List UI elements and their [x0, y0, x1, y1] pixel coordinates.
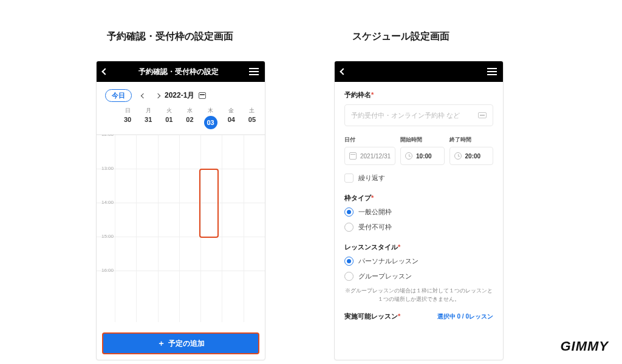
- radio-label: 受付不可枠: [358, 223, 392, 232]
- add-button-label: 予定の追加: [168, 339, 205, 349]
- radio-personal-lesson[interactable]: [344, 257, 354, 266]
- phone-schedule-form: 予約枠名* 予約受付中・オンライン予約枠 など 日付 2021/12/31 開始…: [334, 61, 504, 360]
- topbar-title: 予約確認・受付枠の設定: [138, 67, 219, 77]
- field-label-style: レッスンスタイル*: [344, 243, 493, 252]
- calendar-icon: [349, 152, 357, 160]
- field-label-possible-lessons: 実施可能レッスン*: [344, 312, 400, 321]
- radio-public-slot[interactable]: [344, 207, 354, 217]
- group-lesson-note: ※グループレッスンの場合は１枠に対して１つのレッスンと１つの場所しか選択できませ…: [344, 287, 493, 303]
- end-time-input[interactable]: 20:00: [449, 147, 493, 165]
- add-schedule-button[interactable]: ＋ 予定の追加: [102, 332, 259, 354]
- hour-label: 14:00: [98, 200, 114, 205]
- id-card-icon: [478, 112, 487, 118]
- radio-group-lesson[interactable]: [344, 272, 354, 281]
- highlighted-timeslot[interactable]: [199, 169, 219, 238]
- field-label-date: 日付: [344, 136, 395, 144]
- page-title-right: スケジュール設定画面: [352, 30, 449, 43]
- field-label-name: 予約枠名*: [344, 90, 493, 99]
- radio-label: グループレッスン: [358, 272, 412, 281]
- page-title-left: 予約確認・受付枠の設定画面: [107, 30, 233, 43]
- hour-label: 16:00: [98, 268, 114, 273]
- repeat-checkbox[interactable]: [344, 174, 354, 183]
- day-sun[interactable]: 日30: [117, 107, 138, 129]
- day-wed[interactable]: 水02: [179, 107, 200, 129]
- day-sat[interactable]: 土05: [242, 107, 262, 129]
- radio-label: パーソナルレッスン: [358, 257, 419, 266]
- day-tue[interactable]: 火01: [159, 107, 179, 129]
- placeholder-text: 予約受付中・オンライン予約枠 など: [351, 111, 460, 120]
- clock-icon: [454, 152, 462, 160]
- menu-icon[interactable]: [487, 68, 497, 75]
- lesson-selection-status[interactable]: 選択中 0 / 0レッスン: [437, 312, 493, 321]
- reservation-name-input[interactable]: 予約受付中・オンライン予約枠 など: [344, 104, 493, 126]
- back-icon[interactable]: [340, 68, 346, 75]
- hour-label: 13:00: [98, 166, 114, 171]
- day-fri[interactable]: 金04: [221, 107, 242, 129]
- back-icon[interactable]: [101, 68, 108, 75]
- day-mon[interactable]: 月31: [138, 107, 159, 129]
- calendar-grid[interactable]: 12:00 13:00 14:00 15:00 16:00: [97, 134, 265, 322]
- weekday-row: 日30 月31 火01 水02 木03 金04 土05: [97, 107, 265, 134]
- calendar-icon[interactable]: [199, 92, 206, 99]
- next-month-icon[interactable]: [156, 93, 160, 98]
- clock-icon: [405, 152, 412, 160]
- field-label-type: 枠タイプ*: [344, 194, 493, 203]
- hour-label: 12:00: [98, 134, 114, 137]
- prev-month-icon[interactable]: [141, 93, 146, 98]
- day-thu[interactable]: 木03: [200, 107, 221, 129]
- date-input[interactable]: 2021/12/31: [344, 147, 395, 165]
- plus-icon: ＋: [157, 338, 165, 349]
- radio-unavailable-slot[interactable]: [344, 223, 354, 232]
- app-topbar: 予約確認・受付枠の設定: [97, 61, 265, 82]
- hour-label: 15:00: [98, 234, 114, 239]
- today-button[interactable]: 今日: [105, 89, 132, 102]
- phone-reservation-settings: 予約確認・受付枠の設定 今日 2022-1月 日30 月31 火01 水02 木…: [96, 61, 265, 360]
- start-time-input[interactable]: 10:00: [400, 147, 444, 165]
- month-label: 2022-1月: [165, 90, 194, 101]
- brand-logo: GIMMY: [560, 339, 609, 354]
- app-topbar: [335, 61, 503, 82]
- field-label-end: 終了時間: [449, 136, 493, 144]
- calendar-toolbar: 今日 2022-1月: [97, 82, 265, 107]
- menu-icon[interactable]: [249, 68, 259, 75]
- field-label-start: 開始時間: [400, 136, 444, 144]
- radio-label: 一般公開枠: [358, 207, 392, 217]
- repeat-label: 繰り返す: [358, 174, 385, 183]
